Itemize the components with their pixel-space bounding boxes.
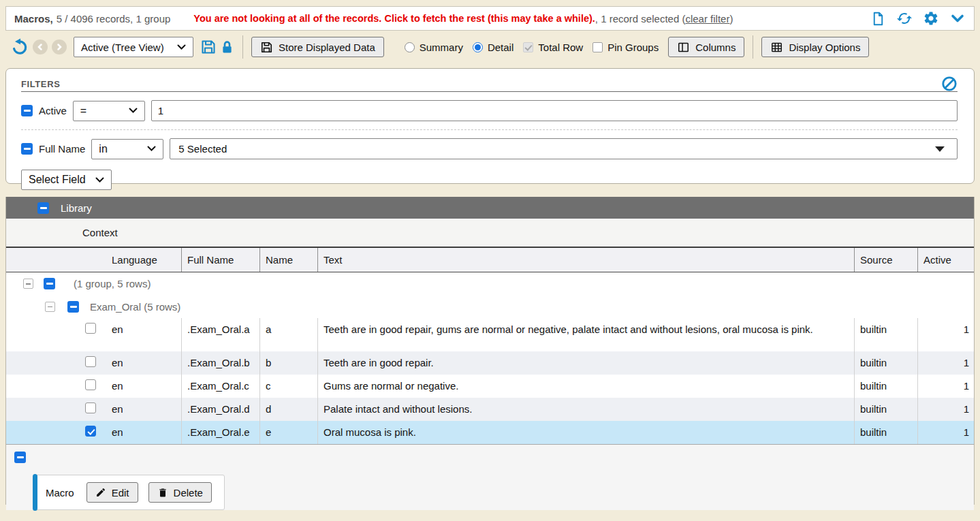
save-view-icon[interactable] — [200, 39, 217, 55]
display-options-label: Display Options — [789, 42, 860, 53]
column-header-text[interactable]: Text — [317, 248, 854, 272]
table-row[interactable]: en .Exam_Oral.d d Palate intact and with… — [6, 398, 974, 421]
filters-header: FILTERS — [21, 76, 958, 92]
filter-separator — [21, 129, 958, 130]
cell-full-name: .Exam_Oral.d — [181, 398, 259, 421]
cell-name: e — [259, 421, 317, 444]
save-icon — [260, 41, 273, 54]
root-minus-icon[interactable] — [44, 278, 55, 289]
lock-icon[interactable] — [220, 40, 234, 55]
clear-filter-link[interactable]: clear filter — [685, 13, 729, 25]
row-checkbox[interactable] — [85, 379, 96, 390]
edit-button[interactable]: Edit — [86, 482, 138, 503]
display-options-icon — [770, 41, 783, 54]
filters-title: FILTERS — [21, 79, 60, 89]
cell-name: b — [259, 351, 317, 375]
summary-radio-label: Summary — [420, 42, 463, 53]
back-icon[interactable] — [33, 40, 48, 54]
table-row[interactable]: en .Exam_Oral.b b Teeth are in good repa… — [6, 351, 974, 375]
macro-action-panel: Macro Edit Delete — [33, 475, 225, 510]
cell-name: d — [259, 398, 317, 421]
columns-icon — [677, 41, 690, 54]
row-checkbox[interactable] — [85, 402, 96, 413]
table-footer: Macro Edit Delete — [6, 444, 974, 510]
select-field-row: Select Field — [21, 170, 958, 190]
summary-radio[interactable] — [405, 42, 415, 52]
collapse-subgroup-icon[interactable] — [45, 302, 55, 312]
column-header-full-name[interactable]: Full Name — [181, 248, 259, 272]
forward-icon[interactable] — [52, 40, 67, 54]
dropdown-arrow-icon — [935, 146, 945, 152]
cell-active: 1 — [917, 318, 974, 351]
pin-groups-option: Pin Groups — [592, 42, 659, 53]
collapse-library-icon[interactable] — [37, 202, 49, 214]
pencil-icon — [95, 487, 106, 498]
filter-row-full-name: Full Name in 5 Selected — [21, 138, 958, 159]
cell-source: builtin — [854, 375, 917, 398]
toolbar: Active (Tree View) Store Displayed Data … — [5, 34, 975, 60]
collapse-root-icon[interactable] — [23, 279, 33, 289]
columns-button-label: Columns — [695, 42, 736, 53]
undo-icon[interactable] — [11, 38, 29, 56]
page-title: Macros, — [14, 13, 53, 25]
table-row[interactable]: en .Exam_Oral.c c Gums are normal or neg… — [6, 375, 974, 398]
cell-text: Palate intact and without lesions. — [317, 398, 854, 421]
filter-multiselect[interactable]: 5 Selected — [170, 138, 958, 159]
cell-full-name: .Exam_Oral.c — [181, 375, 259, 398]
table-row-selected[interactable]: en .Exam_Oral.e e Oral mucosa is pink. b… — [6, 421, 974, 444]
store-button-label: Store Displayed Data — [279, 42, 375, 53]
total-row-label: Total Row — [538, 42, 583, 53]
column-header-active[interactable]: Active — [917, 248, 974, 272]
row-checkbox[interactable] — [85, 356, 96, 367]
column-header-source[interactable]: Source — [854, 248, 917, 272]
context-label: Context — [82, 227, 118, 238]
delete-button-label: Delete — [174, 487, 203, 499]
cell-source: builtin — [854, 351, 917, 375]
detail-radio-label: Detail — [488, 42, 513, 53]
context-row: Context — [6, 219, 974, 247]
delete-button[interactable]: Delete — [148, 482, 212, 503]
pin-groups-checkbox[interactable] — [592, 42, 603, 52]
select-field-dropdown[interactable]: Select Field — [21, 170, 112, 190]
store-displayed-data-button[interactable]: Store Displayed Data — [251, 37, 384, 57]
filter-multiselect-value: 5 Selected — [178, 143, 227, 155]
header-bar: Macros, 5 / 4096 records, 1 group You ar… — [5, 6, 975, 31]
disable-filters-icon[interactable] — [941, 76, 958, 92]
column-header-language[interactable]: Language — [106, 248, 181, 272]
filter-operator-select[interactable]: = — [73, 101, 145, 121]
columns-button[interactable]: Columns — [668, 37, 744, 57]
filter-value-input[interactable] — [151, 100, 958, 121]
table-row[interactable]: en .Exam_Oral.a a Teeth are in good repa… — [6, 318, 974, 351]
summary-option: Summary — [405, 42, 463, 53]
remove-filter-icon[interactable] — [21, 105, 33, 116]
library-group-bar: Library — [6, 197, 974, 219]
remove-filter-icon[interactable] — [21, 143, 33, 155]
tree-subgroup-row: Exam_Oral (5 rows) — [6, 295, 974, 318]
cell-name: c — [259, 375, 317, 398]
collapse-footer-icon[interactable] — [14, 452, 26, 463]
total-row-checkbox[interactable] — [523, 42, 533, 52]
gear-icon[interactable] — [923, 10, 939, 27]
display-options-button[interactable]: Display Options — [761, 37, 869, 57]
fetch-warning[interactable]: You are not looking at all of the record… — [193, 13, 595, 24]
subgroup-minus-icon[interactable] — [67, 301, 79, 313]
row-checkbox[interactable] — [85, 323, 96, 334]
total-row-option: Total Row — [523, 42, 583, 53]
filter-operator-value: = — [80, 105, 86, 117]
view-selector[interactable]: Active (Tree View) — [74, 37, 193, 57]
cell-text: Teeth are in good repair. — [317, 351, 854, 375]
cell-text: Oral mucosa is pink. — [317, 421, 854, 444]
refresh-icon[interactable] — [896, 10, 913, 27]
cell-language: en — [106, 421, 181, 444]
chevron-down-icon[interactable] — [949, 10, 966, 27]
filter-operator-select[interactable]: in — [91, 139, 163, 159]
new-file-icon[interactable] — [870, 11, 886, 27]
row-checkbox-checked[interactable] — [85, 426, 96, 437]
column-header-name[interactable]: Name — [259, 248, 317, 272]
cell-text: Gums are normal or negative. — [317, 375, 854, 398]
filter-field-label: Active — [39, 105, 67, 116]
cell-source: builtin — [854, 318, 917, 351]
detail-option: Detail — [473, 42, 513, 53]
detail-radio[interactable] — [473, 42, 483, 52]
tree-subgroup-label: Exam_Oral (5 rows) — [90, 301, 180, 313]
